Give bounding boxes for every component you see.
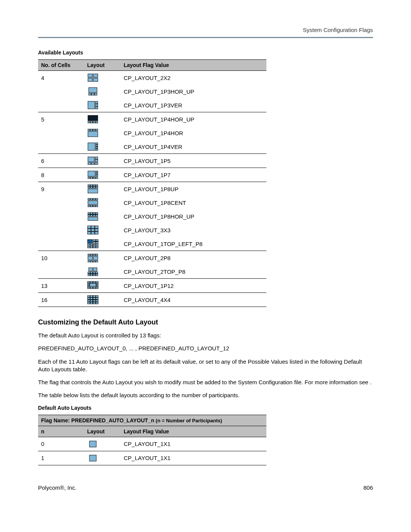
svg-rect-44	[96, 185, 98, 186]
flag-value: CP_LAYOUT_1P3VER	[121, 98, 266, 112]
svg-rect-23	[96, 143, 98, 144]
para-4: The flag that controls the Auto Layout y…	[38, 379, 373, 386]
svg-rect-88	[93, 246, 96, 248]
svg-rect-139	[89, 441, 96, 447]
cell-count: 16	[38, 293, 84, 307]
svg-rect-99	[96, 261, 98, 262]
svg-rect-124	[90, 296, 92, 297]
layout-icon	[84, 168, 121, 182]
svg-rect-86	[88, 246, 90, 248]
svg-rect-29	[95, 160, 98, 162]
svg-rect-76	[95, 232, 98, 234]
svg-rect-22	[88, 143, 95, 150]
svg-rect-12	[88, 115, 98, 121]
svg-rect-46	[91, 187, 93, 188]
svg-rect-123	[88, 296, 90, 297]
flag-value: CP_LAYOUT_3X3	[121, 223, 266, 237]
available-layouts-table: No. of Cells Layout Layout Flag Value 4C…	[38, 59, 266, 307]
svg-rect-45	[88, 187, 90, 188]
svg-rect-3	[93, 78, 98, 81]
flag-value: CP_LAYOUT_1P4HOR	[121, 126, 266, 140]
svg-rect-96	[88, 261, 90, 262]
table2-title: Flag Name: PREDEFINED_AUTO_LAYOUT_n (n =…	[38, 415, 266, 426]
svg-rect-70	[95, 226, 98, 228]
svg-rect-115	[88, 283, 89, 285]
svg-rect-52	[93, 198, 96, 200]
svg-rect-14	[91, 121, 93, 123]
svg-rect-26	[96, 149, 98, 150]
svg-rect-81	[96, 242, 98, 244]
col2-layout: Layout	[84, 426, 121, 437]
svg-rect-69	[91, 226, 95, 228]
svg-rect-79	[96, 240, 98, 241]
svg-rect-136	[90, 302, 92, 304]
section-heading: Customizing the Default Auto Layout	[38, 318, 373, 326]
svg-rect-42	[91, 185, 93, 186]
svg-rect-85	[96, 244, 98, 246]
para-1: The default Auto Layout is controlled by…	[38, 332, 373, 339]
flag-value: CP_LAYOUT_2TOP_P8	[121, 265, 266, 279]
flag-value: CP_LAYOUT_1TOP_LEFT_P8	[121, 237, 266, 251]
svg-rect-100	[89, 268, 92, 271]
svg-rect-140	[89, 455, 96, 461]
svg-rect-117	[96, 283, 98, 285]
svg-rect-91	[91, 254, 93, 256]
svg-rect-1	[93, 74, 98, 77]
svg-rect-92	[93, 254, 96, 256]
svg-rect-53	[96, 198, 98, 200]
flag-value: CP_LAYOUT_2P8	[121, 251, 266, 265]
flag-value: CP_LAYOUT_1P8HOR_UP	[121, 209, 266, 223]
svg-rect-47	[93, 187, 96, 188]
svg-rect-39	[93, 177, 96, 179]
svg-rect-110	[88, 281, 90, 283]
svg-rect-0	[88, 74, 92, 77]
svg-rect-5	[89, 93, 91, 95]
flag-value: CP_LAYOUT_4X4	[121, 293, 266, 307]
cell-count	[38, 126, 84, 140]
svg-rect-54	[88, 201, 98, 204]
cell-count: 8	[38, 168, 84, 182]
layout-icon	[84, 279, 121, 293]
svg-rect-37	[88, 177, 90, 179]
cell-count	[38, 196, 84, 209]
svg-rect-113	[96, 281, 98, 283]
svg-rect-82	[88, 244, 90, 246]
svg-rect-102	[88, 272, 90, 274]
layout-icon	[84, 223, 121, 237]
flag-value: CP_LAYOUT_1P7	[121, 168, 266, 182]
svg-rect-119	[88, 287, 90, 289]
table1-caption: Available Layouts	[38, 50, 373, 56]
svg-rect-80	[93, 242, 96, 244]
para-3: Each of the 11 Auto Layout flags can be …	[38, 358, 373, 374]
svg-rect-64	[91, 215, 93, 217]
header-rule	[38, 37, 373, 38]
svg-rect-95	[93, 256, 98, 260]
svg-rect-84	[93, 244, 96, 246]
svg-rect-98	[93, 261, 96, 262]
svg-rect-68	[88, 226, 91, 228]
svg-rect-105	[96, 272, 98, 274]
svg-rect-17	[88, 129, 90, 131]
svg-rect-19	[93, 129, 96, 131]
svg-rect-132	[90, 300, 92, 302]
flag-value: CP_LAYOUT_1X1	[121, 437, 266, 451]
svg-rect-97	[91, 261, 93, 262]
svg-rect-120	[90, 287, 92, 289]
svg-rect-49	[88, 189, 98, 193]
layout-icon	[84, 98, 121, 112]
svg-rect-34	[96, 171, 98, 173]
svg-rect-65	[93, 215, 96, 217]
svg-rect-125	[93, 296, 96, 297]
layout-icon	[84, 126, 121, 140]
cell-count: 1	[38, 451, 84, 465]
svg-rect-107	[91, 274, 93, 276]
svg-rect-9	[96, 101, 98, 104]
flag-value: CP_LAYOUT_1P4VER	[121, 140, 266, 154]
svg-rect-15	[93, 121, 96, 123]
svg-rect-61	[93, 212, 96, 214]
svg-rect-25	[96, 147, 98, 149]
svg-rect-90	[88, 254, 90, 256]
cell-count: 5	[38, 112, 84, 126]
svg-rect-71	[88, 229, 91, 232]
svg-rect-18	[91, 129, 93, 131]
